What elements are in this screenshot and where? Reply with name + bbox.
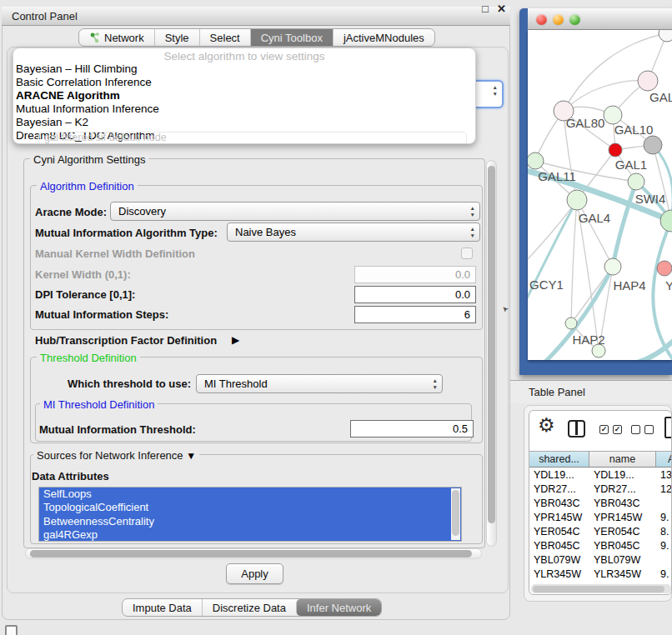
network-node[interactable] xyxy=(659,30,672,42)
table-row[interactable]: YLR345WYLR345W9. xyxy=(529,567,672,581)
table-cell: YBR043C xyxy=(589,498,656,509)
aracne-mode-combo[interactable]: Discovery ▲▼ xyxy=(110,202,480,221)
unchecked-box-icon[interactable] xyxy=(644,425,654,434)
checked-box-icon[interactable]: ✓ xyxy=(599,425,609,434)
algorithm-dropdown-prompt: Select algorithm to view settings xyxy=(13,50,475,62)
table-panel-inner: ⚙ ✓ ✓ shared... name A YDL19...YDL19...1… xyxy=(529,410,672,595)
dpi-tolerance-field[interactable]: 0.0 xyxy=(354,286,476,303)
network-node[interactable] xyxy=(528,152,544,169)
kernel-width-field[interactable]: 0.0 xyxy=(354,266,476,283)
tab-cyni-toolbox[interactable]: Cyni Toolbox xyxy=(250,29,333,46)
close-traffic-light-icon[interactable] xyxy=(536,14,547,25)
attributes-scrollbar[interactable] xyxy=(451,488,460,540)
network-node[interactable] xyxy=(638,71,658,91)
data-attributes-list[interactable]: SelfLoopsTopologicalCoefficientBetweenne… xyxy=(38,487,462,542)
node-label: GAL10 xyxy=(614,122,654,137)
manual-kernel-checkbox[interactable] xyxy=(461,248,473,259)
table-cell: YIL052C xyxy=(589,582,656,584)
table-row[interactable]: YPR145WYPR145W9. xyxy=(529,510,672,524)
network-node[interactable] xyxy=(565,318,577,329)
tab-impute-data[interactable]: Impute Data xyxy=(123,599,202,616)
network-edge xyxy=(613,182,636,267)
control-panel-title: Control Panel xyxy=(12,10,78,22)
network-node[interactable] xyxy=(657,261,672,276)
collapsed-panel-icon[interactable] xyxy=(5,625,18,635)
algorithm-select-combo-edge[interactable]: ▲▼ xyxy=(472,80,504,108)
data-attribute-item[interactable]: TopologicalCoefficient xyxy=(39,501,461,514)
network-node[interactable] xyxy=(609,143,622,157)
close-icon[interactable]: ✕ xyxy=(497,2,506,15)
network-node[interactable] xyxy=(567,190,587,210)
network-node[interactable] xyxy=(660,210,672,232)
disclosure-expanded-icon[interactable]: ▼ xyxy=(186,450,196,462)
network-node[interactable] xyxy=(628,173,644,190)
sources-title-text: Sources for Network Inference xyxy=(37,449,183,462)
tab-discretize-data[interactable]: Discretize Data xyxy=(202,599,296,616)
table-cell: YIL052C xyxy=(529,582,589,584)
table-horizontal-scrollbar-thumb[interactable] xyxy=(533,586,664,592)
combo-spinner-icon: ▲▼ xyxy=(470,205,475,218)
column-header-clipped[interactable]: A xyxy=(656,451,672,468)
table-horizontal-scrollbar[interactable] xyxy=(531,584,671,593)
algorithm-option[interactable]: Bayesian – K2 xyxy=(13,116,475,129)
settings-vertical-scrollbar-thumb[interactable] xyxy=(488,166,495,523)
tab-select[interactable]: Select xyxy=(199,29,250,46)
mi-threshold-field[interactable]: 0.5 xyxy=(350,420,474,438)
table-row[interactable]: YBR045CYBR045C9. xyxy=(529,538,672,552)
attributes-scrollbar-thumb[interactable] xyxy=(452,490,459,536)
table-row[interactable]: YBR043CYBR043C xyxy=(529,496,672,510)
disclosure-collapsed-icon[interactable]: ▶ xyxy=(232,334,239,346)
table-row[interactable]: YER054CYER054C8. xyxy=(529,524,672,538)
mi-threshold-value: 0.5 xyxy=(453,422,468,435)
table-cell: YDR27... xyxy=(589,483,656,495)
zoom-traffic-light-icon[interactable] xyxy=(569,14,580,25)
data-attribute-item[interactable]: SelfLoops xyxy=(39,488,461,501)
which-threshold-value: MI Threshold xyxy=(204,378,268,390)
tab-infer-network-label: Infer Network xyxy=(307,602,371,614)
column-header-shared-name[interactable]: shared... xyxy=(529,451,589,468)
unchecked-box-icon[interactable] xyxy=(631,425,640,434)
minimize-traffic-light-icon[interactable] xyxy=(553,14,564,25)
data-attribute-item[interactable]: gal4RGexp xyxy=(39,528,461,542)
split-columns-icon[interactable] xyxy=(568,420,585,438)
tab-style[interactable]: Style xyxy=(154,29,199,46)
gear-icon[interactable]: ⚙ xyxy=(538,414,555,436)
kernel-width-label: Kernel Width (0,1): xyxy=(35,268,131,281)
table-cell: 9. xyxy=(656,540,672,552)
table-row[interactable]: YDL19...YDL19...13 xyxy=(529,468,672,482)
network-node[interactable] xyxy=(644,136,662,154)
network-node[interactable] xyxy=(604,258,621,275)
network-window-titlebar[interactable] xyxy=(528,8,672,30)
network-canvas[interactable]: GALGAL80GAL10GAL1GAL11SWI4GAL4GCY1HAP4YH… xyxy=(528,30,672,360)
mi-type-label: Mutual Information Algorithm Type: xyxy=(35,227,218,239)
algorithm-option[interactable]: Bayesian – Hill Climbing xyxy=(13,62,475,76)
data-attribute-item[interactable]: BetweennessCentrality xyxy=(39,515,461,528)
tab-jactivemnodules[interactable]: jActiveMNodules xyxy=(333,29,434,46)
tab-infer-network[interactable]: Infer Network xyxy=(296,599,381,616)
table-header-row: shared... name A xyxy=(529,451,672,468)
table-cell: YBL079W xyxy=(589,554,656,566)
algorithm-option[interactable]: Mutual Information Inference xyxy=(13,102,475,116)
algorithm-definition-title: Algorithm Definition xyxy=(37,180,138,192)
table-cell: 9 xyxy=(656,582,672,584)
mi-type-combo[interactable]: Naive Bayes ▲▼ xyxy=(227,222,480,242)
algorithm-option[interactable]: ARACNE Algorithm xyxy=(13,89,475,102)
table-row[interactable]: YBL079WYBL079W xyxy=(529,552,672,567)
table-row[interactable]: YIL052CYIL052C9 xyxy=(529,581,672,583)
which-threshold-label: Which threshold to use: xyxy=(68,378,191,390)
tab-network[interactable]: Network xyxy=(79,29,154,46)
dpi-tolerance-value: 0.0 xyxy=(455,288,470,301)
control-panel-tabstrip: Network Style Select Cyni Toolbox jActiv… xyxy=(78,28,435,47)
table-row[interactable]: YDR27...YDR27...12 xyxy=(529,482,672,496)
column-header-name[interactable]: name xyxy=(589,451,656,468)
checked-box-icon[interactable]: ✓ xyxy=(613,425,622,434)
tab-cyni-toolbox-label: Cyni Toolbox xyxy=(261,32,323,44)
algorithm-option[interactable]: Basic Correlation Inference xyxy=(13,76,475,89)
which-threshold-combo[interactable]: MI Threshold ▲▼ xyxy=(196,374,443,393)
document-icon[interactable] xyxy=(664,417,672,438)
mi-steps-field[interactable]: 6 xyxy=(354,306,476,323)
float-window-icon[interactable]: □ xyxy=(482,2,489,15)
apply-button[interactable]: Apply xyxy=(226,563,283,584)
settings-horizontal-scrollbar-thumb[interactable] xyxy=(30,550,472,558)
network-node[interactable] xyxy=(604,106,622,124)
